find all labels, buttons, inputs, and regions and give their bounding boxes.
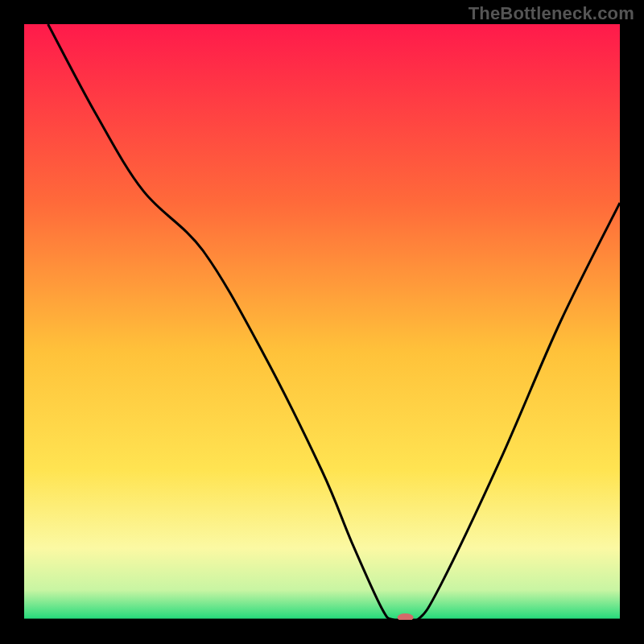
chart-background [24,24,620,620]
chart-page: TheBottleneck.com [0,0,644,644]
bottleneck-chart [24,24,620,620]
plot-area [24,24,620,620]
watermark-text: TheBottleneck.com [469,3,634,24]
